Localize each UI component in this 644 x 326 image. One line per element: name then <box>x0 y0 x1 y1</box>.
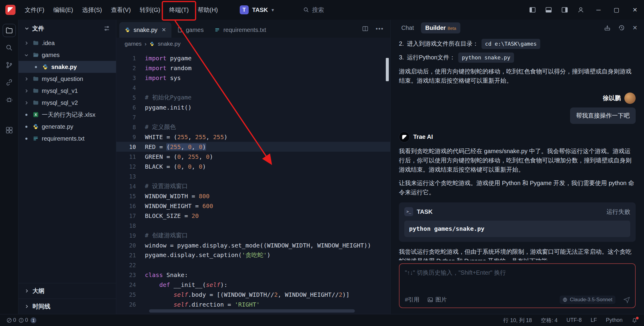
inline-code[interactable]: python snake.py <box>458 53 514 63</box>
tab-chat[interactable]: Chat <box>397 22 418 33</box>
code-line[interactable]: 14# 设置游戏窗口 <box>116 181 390 191</box>
code-line[interactable]: 17BLOCK_SIZE = 20 <box>116 211 390 221</box>
toggle-bottom-panel-icon[interactable] <box>545 6 552 13</box>
tree-item-mysql-question[interactable]: mysql_question <box>18 73 116 85</box>
breadcrumb-file[interactable]: snake.py <box>158 41 180 47</box>
menu-terminal[interactable]: 终端(T) <box>165 3 193 16</box>
tree-item-generate-py[interactable]: generate.py <box>18 121 116 133</box>
cursor-position[interactable]: 行 10, 列 18 <box>503 317 532 324</box>
menu-help[interactable]: 帮助(H) <box>193 3 222 16</box>
notifications-bell[interactable] <box>631 317 637 323</box>
code-line[interactable]: 15WINDOW_WIDTH = 800 <box>116 191 390 201</box>
encoding[interactable]: UTF-8 <box>566 317 582 323</box>
code-line[interactable]: 13 <box>116 171 390 181</box>
language-mode[interactable]: Python <box>606 317 623 323</box>
menu-view[interactable]: 查看(V) <box>106 3 135 16</box>
code-line[interactable]: 2import random <box>116 63 390 73</box>
model-selector[interactable]: Claude-3.5-Sonnet <box>560 296 615 304</box>
code-editor[interactable]: 1import pygame2import random3import sys4… <box>116 50 390 314</box>
close-panel-icon[interactable]: ✕ <box>632 24 637 31</box>
task-run-card[interactable]: >_ TASK 运行失败 python games/snake.py <box>399 202 636 242</box>
remote-link-icon[interactable] <box>3 76 16 89</box>
image-button[interactable]: 图片 <box>427 296 447 304</box>
split-editor-icon[interactable] <box>362 25 369 32</box>
code-line[interactable]: 18 <box>116 221 390 230</box>
code-text: pygame.init() <box>145 104 192 111</box>
tree-item-snake-py[interactable]: snake.py <box>18 61 116 73</box>
tree-item-requirements-txt[interactable]: requirements.txt <box>18 133 116 144</box>
eol-setting[interactable]: LF <box>591 317 597 323</box>
chevron-down-icon: ▾ <box>272 7 274 13</box>
horizontal-scrollbar-thumb[interactable] <box>149 309 355 313</box>
global-search[interactable]: 搜索 <box>303 6 324 14</box>
tab-label: requirements.txt <box>223 27 266 33</box>
breadcrumb-folder[interactable]: games <box>125 41 142 47</box>
timeline-section[interactable]: 时间线 <box>18 299 116 314</box>
code-line[interactable]: 8# 定义颜色 <box>116 122 390 132</box>
code-line[interactable]: 9WHITE = (255, 255, 255) <box>116 132 390 142</box>
code-line[interactable]: 11GREEN = (0, 255, 0) <box>116 152 390 162</box>
outline-section[interactable]: 大纲 <box>18 283 116 299</box>
code-line[interactable]: 26 self.direction = 'RIGHT' <box>116 299 390 309</box>
code-line[interactable]: 22 <box>116 260 390 270</box>
inline-code[interactable]: cd e:\TASK\games <box>482 39 540 49</box>
code-line[interactable]: 20window = pygame.display.set_mode((WIND… <box>116 240 390 250</box>
minimize-button[interactable]: ─ <box>596 7 600 13</box>
code-line[interactable]: 3import sys <box>116 73 390 83</box>
code-line[interactable]: 1import pygame <box>116 53 390 63</box>
search-sidebar-icon[interactable] <box>3 41 16 54</box>
code-line[interactable]: 6pygame.init() <box>116 102 390 112</box>
code-line[interactable]: 25 self.body = [(WINDOW_WIDTH//2, WINDOW… <box>116 290 390 299</box>
close-button[interactable]: ✕ <box>632 6 637 13</box>
code-line[interactable]: 23class Snake: <box>116 270 390 280</box>
tab-requirements-txt[interactable]: requirements.txt <box>209 22 271 38</box>
task-command[interactable]: python games/snake.py <box>404 221 630 237</box>
tree-item-mysql-sql-v2[interactable]: mysql_sql_v2 <box>18 97 116 109</box>
indentation-setting[interactable]: 空格: 4 <box>541 317 558 324</box>
extensions-icon[interactable] <box>3 124 16 137</box>
history-icon[interactable] <box>618 24 625 31</box>
tab-games[interactable]: games <box>171 22 209 38</box>
chevron-down-icon[interactable] <box>24 26 29 31</box>
line-number: 2 <box>116 65 145 71</box>
code-line[interactable]: 5# 初始化Pygame <box>116 93 390 102</box>
chat-input-box[interactable]: "↑↓" 切换历史输入，"Shift+Enter" 换行 #引用 图片 Clau… <box>399 263 636 308</box>
toggle-right-panel-icon[interactable] <box>561 6 568 13</box>
source-control-icon[interactable] <box>3 59 16 72</box>
toggle-left-panel-icon[interactable] <box>529 6 536 13</box>
search-icon <box>303 7 309 13</box>
tab-snake-py[interactable]: snake.py ✕ <box>119 22 171 38</box>
code-line[interactable]: 10RED = (255, 0, 0) <box>116 142 390 152</box>
code-line[interactable]: 12BLACK = (0, 0, 0) <box>116 162 390 171</box>
debug-icon[interactable] <box>3 93 16 106</box>
code-line[interactable]: 21pygame.display.set_caption('贪吃蛇') <box>116 250 390 260</box>
code-line[interactable]: 4 <box>116 83 390 93</box>
code-line[interactable]: 24 def __init__(self): <box>116 280 390 290</box>
send-icon[interactable] <box>623 296 630 303</box>
project-selector[interactable]: T TASK ▾ <box>236 4 278 16</box>
menu-file[interactable]: 文件(F) <box>20 3 49 16</box>
problems-indicator[interactable]: 0 0 1 <box>7 317 36 323</box>
code-text: # 定义颜色 <box>145 123 176 131</box>
filter-settings-icon[interactable] <box>103 25 110 32</box>
tree-item-games[interactable]: games <box>18 49 116 61</box>
code-line[interactable]: 16WINDOW_HEIGHT = 600 <box>116 201 390 211</box>
tree-item-idea[interactable]: .idea <box>18 37 116 49</box>
account-icon[interactable] <box>577 6 584 13</box>
menu-selection[interactable]: 选择(S) <box>78 3 106 16</box>
maximize-button[interactable]: ▢ <box>614 6 619 13</box>
tree-item-xlsx[interactable]: X 一天的行为记录.xlsx <box>18 109 116 121</box>
tree-item-mysql-sql-v1[interactable]: mysql_sql_v1 <box>18 85 116 97</box>
vertical-scrollbar-thumb[interactable] <box>386 58 389 81</box>
tab-label: snake.py <box>134 27 157 33</box>
reference-button[interactable]: #引用 <box>405 296 419 304</box>
code-line[interactable]: 19# 创建游戏窗口 <box>116 230 390 240</box>
tab-builder[interactable]: BuilderBeta <box>421 22 460 33</box>
more-actions-icon[interactable]: ••• <box>376 25 384 32</box>
menu-go[interactable]: 转到(G) <box>135 3 165 16</box>
explorer-icon[interactable] <box>3 24 16 37</box>
close-tab-icon[interactable]: ✕ <box>162 27 166 33</box>
import-chat-icon[interactable] <box>604 24 611 31</box>
menu-edit[interactable]: 编辑(E) <box>49 3 78 16</box>
code-line[interactable]: 7 <box>116 112 390 122</box>
